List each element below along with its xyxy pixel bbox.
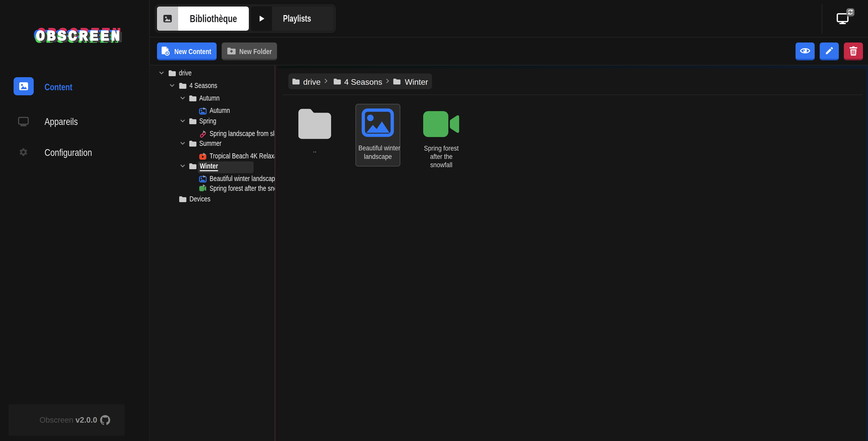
svg-text:OBSCREEN: OBSCREEN [36, 28, 122, 44]
